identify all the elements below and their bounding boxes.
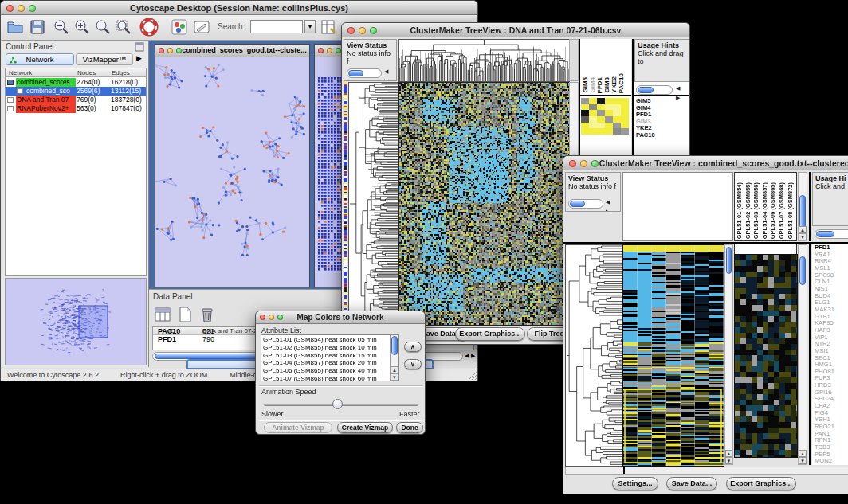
tv2-heat-scroll-up[interactable]: ▲	[725, 450, 732, 457]
zoom-fit-icon[interactable]	[93, 18, 112, 37]
zoom-selected-icon[interactable]	[114, 18, 133, 37]
matrix-cell[interactable]	[581, 110, 589, 116]
create-vizmap-button[interactable]: Create Vizmap	[337, 422, 393, 433]
matrix-cell[interactable]	[597, 104, 605, 111]
tv1-export-graphics-button[interactable]: Export Graphics...	[455, 327, 525, 341]
dialog-titlebar[interactable]: Map Colors to Network	[256, 311, 425, 324]
dialog-minimize-button[interactable]	[269, 315, 274, 320]
frame-close-button[interactable]	[159, 48, 164, 53]
attribute-item[interactable]: GPL51-04 (GSM857) heat shock 20 min	[263, 359, 397, 367]
tv2-hints-scrollbar[interactable]	[815, 229, 848, 239]
attribute-item[interactable]: GPL51-06 (GSM865) heat shock 40 min	[263, 367, 397, 375]
matrix-cell[interactable]	[597, 128, 605, 135]
frame-zoom-button[interactable]	[176, 48, 182, 53]
resize-grip[interactable]	[468, 371, 477, 381]
dialog-zoom-button[interactable]	[277, 315, 283, 320]
birdseye-panel[interactable]	[5, 278, 147, 365]
attribute-item[interactable]: GPL51-07 (GSM868) heat shock 60 min	[263, 375, 397, 381]
tab-overflow-arrow[interactable]: ▶	[136, 54, 142, 62]
matrix-cell[interactable]	[589, 110, 597, 116]
minimize-button[interactable]	[18, 5, 25, 12]
move-down-button[interactable]: ∨	[404, 359, 422, 369]
tv2-heatmap[interactable]	[622, 244, 724, 467]
tv1-close-button[interactable]	[347, 27, 355, 34]
tv2-status-scroll-arrows[interactable]: ◀ ▶	[606, 197, 620, 212]
tv2-label-scroll-up[interactable]: ▲	[799, 226, 807, 233]
tv2-hscrollbar[interactable]	[565, 467, 848, 475]
tv2-label-scroll-down[interactable]: ▼	[799, 233, 807, 240]
matrix-cell[interactable]	[613, 123, 621, 129]
matrix-cell[interactable]	[581, 116, 589, 123]
network-graph-canvas[interactable]	[155, 58, 309, 287]
tv2-label-scroll-thumb[interactable]	[799, 195, 806, 229]
tv2-close-button[interactable]	[569, 160, 576, 167]
tv2-array-dendrogram-area[interactable]	[622, 172, 733, 241]
matrix-cell[interactable]	[605, 104, 613, 111]
network-row[interactable]: combined_sco2569(6)13112(15)	[6, 87, 147, 96]
attribute-browser-icon[interactable]	[320, 18, 339, 37]
treeview1-titlebar[interactable]: ClusterMaker TreeView : DNA and Tran 07-…	[342, 23, 689, 37]
select-attributes-icon[interactable]	[154, 306, 171, 323]
delete-attribute-icon[interactable]	[198, 306, 216, 323]
matrix-cell[interactable]	[589, 98, 597, 104]
matrix-cell[interactable]	[613, 116, 621, 123]
slider-thumb[interactable]	[332, 399, 343, 409]
network-frame-titlebar[interactable]: combined_scores_good.txt--cluste...	[155, 45, 309, 57]
tv2-save-data-button[interactable]: Save Data...	[666, 477, 717, 490]
dialog-close-button[interactable]	[260, 315, 265, 320]
matrix-cell[interactable]	[605, 116, 613, 123]
birdseye-canvas[interactable]	[6, 279, 146, 365]
save-icon[interactable]	[28, 18, 47, 37]
attribute-item[interactable]: GPL51-03 (GSM856) heat shock 15 min	[263, 352, 397, 360]
matrix-cell[interactable]	[621, 104, 629, 111]
tv2-export-graphics-button[interactable]: Export Graphics...	[726, 477, 796, 490]
frame2-zoom-button[interactable]	[336, 48, 341, 53]
attribute-item[interactable]: GPL51-01 (GSM854) heat shock 05 min	[263, 336, 397, 344]
tab-vizmapper[interactable]: VizMapper™	[76, 53, 133, 65]
frame-minimize-button[interactable]	[167, 48, 173, 53]
matrix-cell[interactable]	[605, 98, 613, 104]
attr-scroll-up[interactable]: ▲	[391, 366, 398, 373]
tv1-heatmap[interactable]	[398, 82, 570, 326]
matrix-cell[interactable]	[589, 104, 597, 111]
tv1-global-strip[interactable]	[344, 82, 347, 324]
matrix-cell[interactable]	[613, 128, 621, 135]
zoom-out-icon[interactable]	[52, 18, 71, 37]
annotation-icon[interactable]	[192, 18, 211, 37]
tv2-zoom-heatmap[interactable]	[734, 254, 798, 458]
attr-scroll-down[interactable]: ▼	[391, 373, 398, 381]
attribute-item[interactable]: GPL51-02 (GSM855) heat shock 10 min	[263, 344, 397, 352]
matrix-cell[interactable]	[613, 104, 621, 111]
tv2-status-scrollbar[interactable]	[568, 199, 603, 209]
search-input[interactable]	[250, 20, 303, 33]
zoom-button[interactable]	[29, 5, 36, 12]
new-attribute-icon[interactable]	[176, 306, 194, 323]
matrix-cell[interactable]	[581, 98, 589, 104]
matrix-cell[interactable]	[597, 110, 605, 116]
tv1-similarity-matrix[interactable]	[581, 98, 629, 135]
matrix-cell[interactable]	[621, 128, 629, 135]
tv2-gene-list[interactable]: PFD1YRA1RNR4MSL1SPC98CLN1NIS1BUD4ELG1MAK…	[812, 244, 848, 465]
vizmapper-icon[interactable]	[170, 18, 189, 37]
attribute-listbox[interactable]: GPL51-01 (GSM854) heat shock 05 minGPL51…	[261, 334, 399, 381]
tv1-status-scrollbar[interactable]	[347, 68, 382, 78]
matrix-cell[interactable]	[581, 104, 589, 111]
matrix-cell[interactable]	[621, 116, 629, 123]
animate-vizmap-button[interactable]: Animate Vizmap	[264, 422, 332, 433]
matrix-cell[interactable]	[589, 123, 597, 129]
tv2-heat-scroll-down[interactable]: ▼	[725, 457, 732, 464]
matrix-cell[interactable]	[581, 123, 589, 129]
matrix-cell[interactable]	[613, 110, 621, 116]
tv1-status-scroll-arrows[interactable]: ◀ ▶	[384, 67, 396, 81]
col-header-nodes[interactable]: Nodes	[77, 69, 96, 76]
done-button[interactable]: Done	[396, 422, 423, 433]
open-file-icon[interactable]	[6, 18, 25, 37]
cytoscape-titlebar[interactable]: Cytoscape Desktop (Session Name: collins…	[1, 1, 477, 15]
frame2-close-button[interactable]	[318, 48, 324, 53]
move-up-button[interactable]: ∧	[404, 342, 422, 352]
help-ring-icon[interactable]	[139, 18, 159, 37]
col-header-network[interactable]: Network	[9, 69, 32, 76]
animation-slider[interactable]	[264, 399, 418, 410]
tv1-zoom-button[interactable]	[370, 27, 377, 34]
float-panel-icon[interactable]	[135, 42, 144, 52]
